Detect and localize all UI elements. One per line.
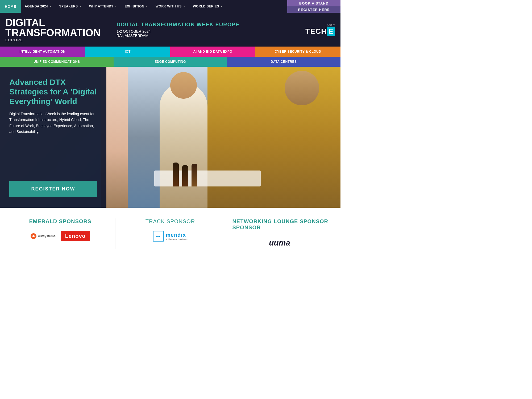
- home-nav-item[interactable]: HOME: [0, 0, 21, 13]
- chevron-down-icon: ▼: [221, 5, 223, 8]
- nav-speakers[interactable]: SPEAKERS ▼: [56, 0, 85, 13]
- cat-edge-computing[interactable]: EDGE COMPUTING: [114, 57, 227, 67]
- event-name: DIGITAL TRANSFORMATION WEEK EUROPE: [117, 22, 297, 28]
- hero-text-area: Advanced DTX Strategies for A 'Digital E…: [9, 77, 97, 135]
- cat-iot[interactable]: IOT: [85, 47, 170, 57]
- chevron-down-icon: ▼: [183, 5, 185, 8]
- person-right-head: [285, 71, 319, 105]
- hero-description: Digital Transformation Week is the leadi…: [9, 111, 97, 135]
- track-sponsor-title: Track Sponsor: [146, 218, 195, 225]
- site-header: DIGITAL TRANSFORMATION EUROPE DIGITAL TR…: [0, 13, 340, 47]
- track-sponsor: Track Sponsor mx mendix A Siemens Busine…: [115, 218, 225, 249]
- chevron-down-icon: ▼: [49, 5, 52, 8]
- outsystems-icon: [31, 233, 36, 239]
- tech-expo-logo: TECHE: [305, 27, 335, 36]
- book-stand-button[interactable]: BOOK A STAND: [287, 0, 340, 6]
- mendix-icon: mx: [153, 231, 164, 242]
- bottle-1: [173, 163, 179, 186]
- hero-title: Advanced DTX Strategies for A 'Digital E…: [9, 77, 97, 106]
- mendix-name: mendix: [166, 232, 188, 238]
- uuma-logo: uuma: [268, 237, 292, 249]
- person-center-head: [170, 72, 197, 99]
- chevron-down-icon: ▼: [146, 5, 148, 8]
- person-right-silhouette: [207, 67, 340, 208]
- category-bar-row2: UNIFIED COMMUNICATIONS EDGE COMPUTING DA…: [0, 57, 340, 67]
- nav-exhibition[interactable]: EXHIBITION ▼: [121, 0, 152, 13]
- bottle-2: [182, 165, 188, 186]
- site-logo: DIGITAL TRANSFORMATION EUROPE: [5, 18, 101, 42]
- register-now-button[interactable]: REGISTER NOW: [9, 181, 97, 197]
- uuma-logo-svg: uuma: [268, 237, 292, 248]
- register-here-button[interactable]: REGISTER HERE: [287, 6, 340, 13]
- outsystems-logo: outsystems: [31, 233, 56, 239]
- event-location: RAI, AMSTERDAM: [117, 34, 297, 38]
- networking-logos: uuma: [268, 237, 292, 249]
- hero-section: Advanced DTX Strategies for A 'Digital E…: [0, 67, 340, 208]
- chevron-down-icon: ▼: [79, 5, 82, 8]
- event-info: DIGITAL TRANSFORMATION WEEK EUROPE 1-2 O…: [109, 22, 297, 38]
- bottle-3: [192, 164, 197, 186]
- emerald-sponsors: EMERALD SPONSORS outsystems Lenovo: [5, 218, 115, 249]
- table-surface: [154, 171, 261, 186]
- sponsors-section: EMERALD SPONSORS outsystems Lenovo Track…: [0, 208, 340, 260]
- networking-sponsor: NETWORKING LOUNGE SPONSOR SPONSOR uuma: [225, 218, 335, 249]
- cat-ai-big-data[interactable]: AI AND BIG DATA EXPO: [170, 47, 255, 57]
- mendix-logo: mx mendix A Siemens Business: [153, 231, 188, 242]
- cat-unified-communications[interactable]: UNIFIED COMMUNICATIONS: [0, 57, 114, 67]
- navigation-bar: HOME AGENDA 2024 ▼ SPEAKERS ▼ WHY ATTEND…: [0, 0, 340, 13]
- category-bar-row1: INTELLIGENT AUTOMATION IOT AI AND BIG DA…: [0, 47, 340, 57]
- nav-cta-area: BOOK A STAND REGISTER HERE: [287, 0, 340, 13]
- part-of-label: part of: [305, 23, 335, 27]
- nav-world-series[interactable]: WORLD SERIES ▼: [189, 0, 227, 13]
- nav-work-with-us[interactable]: WORK WITH US ▼: [152, 0, 189, 13]
- cat-cyber-security[interactable]: CYBER SECURITY & CLOUD: [255, 47, 340, 57]
- hero-content-overlay: Advanced DTX Strategies for A 'Digital E…: [0, 67, 106, 208]
- chevron-down-icon: ▼: [115, 5, 117, 8]
- cat-data-centres[interactable]: DATA CENTRES: [227, 57, 340, 67]
- cat-intelligent-automation[interactable]: INTELLIGENT AUTOMATION: [0, 47, 85, 57]
- nav-items-group: AGENDA 2024 ▼ SPEAKERS ▼ WHY ATTEND? ▼ E…: [21, 0, 287, 13]
- svg-text:uuma: uuma: [269, 238, 290, 247]
- emerald-sponsors-title: EMERALD SPONSORS: [29, 218, 91, 225]
- nav-agenda[interactable]: AGENDA 2024 ▼: [21, 0, 56, 13]
- partner-logo-area: part of TECHE: [305, 23, 335, 36]
- mendix-sub: A Siemens Business: [166, 238, 188, 241]
- lenovo-logo: Lenovo: [61, 231, 90, 241]
- event-date: 1-2 OCTOBER 2024: [117, 29, 297, 34]
- networking-sponsor-title: NETWORKING LOUNGE SPONSOR SPONSOR: [232, 218, 328, 231]
- track-logos: mx mendix A Siemens Business: [153, 231, 188, 242]
- hero-image: [101, 67, 340, 208]
- person-center-silhouette: [160, 83, 207, 208]
- outsystems-text: outsystems: [38, 234, 56, 238]
- nav-why-attend[interactable]: WHY ATTEND? ▼: [85, 0, 121, 13]
- emerald-logos: outsystems Lenovo: [31, 231, 90, 241]
